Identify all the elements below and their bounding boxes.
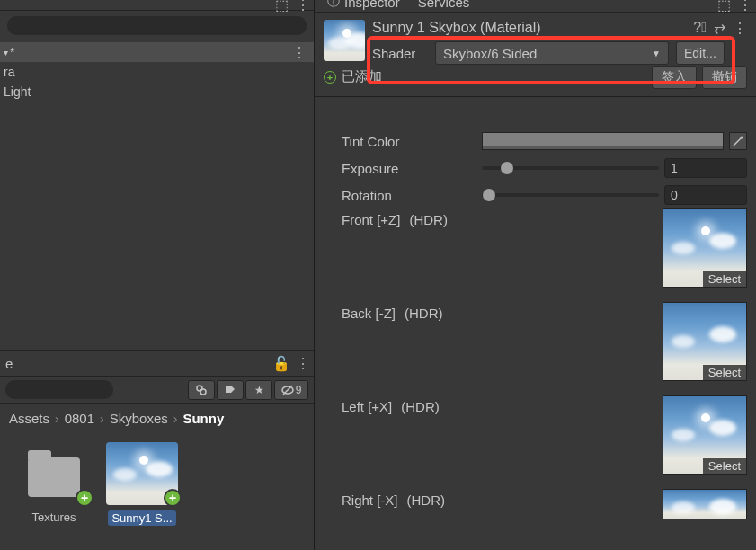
texture-slot[interactable]: Select (663, 208, 747, 288)
select-button[interactable]: Select (703, 458, 746, 474)
texture-slot[interactable] (663, 489, 747, 519)
item-label: ra (4, 65, 14, 79)
scene-star: * (10, 45, 14, 59)
exposure-slider[interactable] (482, 166, 659, 170)
breadcrumb: Assets › 0801 › Skyboxes › Sunny (0, 404, 314, 433)
svg-point-4 (741, 137, 743, 139)
shader-label: Shader (372, 46, 428, 61)
exposure-input[interactable] (664, 158, 747, 178)
tint-color-row: Tint Color (315, 128, 756, 155)
inspector-tabbar: ⓘ Inspector Services ⬚ ⋮ (315, 0, 756, 13)
chevron-right-icon: › (55, 412, 59, 426)
color-field[interactable] (482, 132, 724, 150)
crumb-active[interactable]: Sunny (182, 411, 224, 426)
inspector-panel: ⓘ Inspector Services ⬚ ⋮ Sunny 1 Skybox … (315, 0, 756, 550)
crumb[interactable]: Skyboxes (110, 411, 168, 426)
asset-label: Sunny1 S... (108, 510, 175, 526)
hierarchy-item[interactable]: Light (0, 82, 314, 102)
chevron-right-icon: › (173, 412, 178, 426)
undo-button[interactable]: 撤销 (702, 66, 747, 89)
texture-left-row: Left [+X] (HDR) Select (315, 395, 756, 489)
project-panel: e 🔓 ⋮ ★ 9 Assets › 0801 › Skyboxes › Sun… (0, 350, 314, 550)
crumb[interactable]: 0801 (65, 411, 94, 426)
hdr-label: (HDR) (409, 212, 448, 227)
hierarchy-search-input[interactable] (7, 16, 307, 35)
asset-grid: + Textures + Sunny1 S... (0, 433, 314, 535)
plus-badge-icon: + (76, 489, 93, 507)
texture-front-row: Front [+Z] (HDR) Select (315, 208, 756, 302)
hierarchy-panel: ⬚ ⋮ ▾ * ⋮ ra Light (0, 0, 314, 350)
tab-inspector[interactable]: ⓘ Inspector (318, 0, 409, 12)
hierarchy-item[interactable]: ra (0, 62, 314, 82)
menu-icon[interactable]: ⋮ (296, 0, 310, 13)
hierarchy-header: ⬚ ⋮ (0, 0, 314, 11)
edit-shader-button[interactable]: Edit... (676, 41, 725, 65)
material-preview[interactable] (324, 20, 365, 61)
project-header: e 🔓 ⋮ (0, 351, 314, 377)
prop-label: Tint Color (342, 134, 482, 149)
hierarchy-items: ▾ * ⋮ ra Light (0, 40, 314, 103)
shader-value: Skybox/6 Sided (443, 46, 537, 61)
help-icon[interactable]: ?⃝ (693, 20, 707, 37)
exposure-row: Exposure (315, 155, 756, 182)
info-icon: ⓘ (327, 0, 340, 10)
asset-folder[interactable]: + Textures (18, 442, 90, 526)
shader-dropdown[interactable]: Skybox/6 Sided ▼ (435, 41, 669, 65)
rotation-row: Rotation (315, 182, 756, 208)
favorite-button[interactable]: ★ (245, 380, 272, 400)
prop-label: Exposure (342, 161, 482, 176)
material-title: Sunny 1 Skybox (Material) (372, 20, 747, 36)
material-thumb: + (106, 442, 178, 505)
tex-label: Back [-Z] (342, 306, 396, 321)
checkin-button[interactable]: 签入 (652, 66, 697, 89)
menu-icon[interactable]: ⋮ (733, 20, 747, 37)
maximize-icon[interactable]: ⬚ (717, 0, 731, 13)
plus-badge-icon: + (164, 489, 182, 507)
tab-services[interactable]: Services (409, 0, 479, 12)
shader-row: Shader Skybox/6 Sided ▼ Edit... (372, 41, 747, 65)
maximize-icon[interactable]: ⬚ (275, 0, 289, 13)
texture-right-row: Right [-X] (HDR) (315, 489, 756, 525)
tab-label: Services (418, 0, 470, 10)
menu-icon[interactable]: ⋮ (738, 0, 752, 13)
hdr-label: (HDR) (401, 399, 440, 414)
tab-label: Inspector (344, 0, 400, 10)
crumb[interactable]: Assets (9, 411, 49, 426)
plus-icon: + (324, 71, 336, 84)
tex-label: Front [+Z] (342, 212, 400, 227)
rotation-input[interactable] (664, 185, 747, 205)
hidden-button[interactable]: 9 (274, 380, 308, 400)
hierarchy-search-row (0, 11, 314, 40)
material-icons: ?⃝ ⇄ ⋮ (693, 20, 747, 37)
svg-point-1 (200, 389, 206, 395)
expand-icon: ▾ (4, 48, 8, 58)
select-button[interactable]: Select (703, 365, 746, 380)
asset-material[interactable]: + Sunny1 S... (106, 442, 178, 526)
texture-back-row: Back [-Z] (HDR) Select (315, 302, 756, 395)
select-button[interactable]: Select (703, 271, 746, 287)
menu-icon[interactable]: ⋮ (296, 355, 310, 372)
project-search-input[interactable] (5, 380, 113, 399)
item-label: Light (4, 84, 31, 99)
material-header: Sunny 1 Skybox (Material) Shader Skybox/… (315, 13, 756, 65)
asset-label: Textures (31, 510, 76, 524)
preset-icon[interactable]: ⇄ (714, 20, 725, 37)
lock-icon[interactable]: 🔓 (272, 355, 290, 372)
texture-slot[interactable]: Select (663, 395, 747, 475)
scene-header-item[interactable]: ▾ * ⋮ (0, 42, 314, 62)
chevron-right-icon: › (100, 412, 104, 426)
texture-slot[interactable]: Select (663, 302, 747, 381)
vcs-row: + 已添加 签入 撤销 (315, 65, 756, 89)
filter-label-button[interactable] (217, 380, 244, 400)
hidden-count: 9 (296, 384, 302, 396)
rotation-slider[interactable] (482, 193, 659, 197)
project-toolbar: ★ 9 (0, 377, 314, 404)
filter-type-button[interactable] (188, 380, 215, 400)
project-tab-label: e (5, 356, 13, 371)
hdr-label: (HDR) (405, 306, 443, 321)
vcs-status-label: 已添加 (342, 68, 382, 85)
scene-menu-icon[interactable]: ⋮ (292, 44, 307, 61)
color-picker-icon[interactable] (729, 132, 747, 150)
folder-icon: + (18, 442, 90, 505)
tex-label: Right [-X] (342, 492, 398, 508)
